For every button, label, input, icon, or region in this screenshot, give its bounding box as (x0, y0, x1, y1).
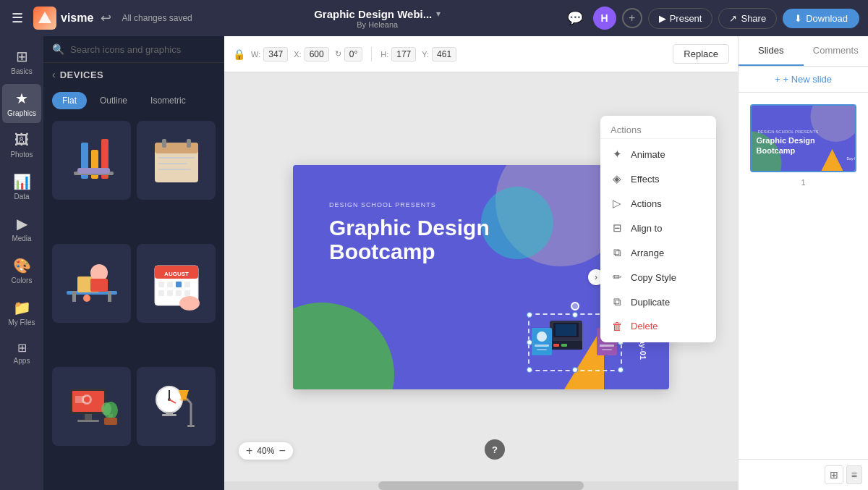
sidebar-item-data[interactable]: 📊 Data (2, 167, 41, 206)
context-menu-header: Actions (600, 120, 716, 139)
search-input[interactable] (70, 44, 216, 55)
canvas-container[interactable]: DESIGN SCHOOL PRESENTS Graphic Design Bo… (224, 72, 738, 481)
lock-icon[interactable]: 🔒 (233, 48, 245, 60)
slide-text-line2: Bootcamp (329, 240, 490, 263)
copy-style-label: Copy Style (631, 272, 676, 283)
panel-breadcrumb: ‹ DEVICES (43, 63, 224, 86)
horizontal-scrollbar[interactable] (224, 481, 738, 490)
apps-icon: ⊞ (17, 341, 27, 355)
height-label: H: (380, 50, 388, 59)
share-button[interactable]: ↗ Share (718, 8, 777, 29)
sidebar-item-photos[interactable]: 🖼 Photos (2, 126, 41, 164)
download-button[interactable]: ⬇ Download (783, 9, 859, 28)
svg-rect-48 (162, 414, 176, 416)
svg-text:AUGUST: AUGUST (164, 271, 189, 277)
graphic-item[interactable] (137, 121, 216, 200)
slide-circle-green (293, 303, 394, 389)
y-field: Y: 461 (422, 47, 456, 62)
graphic-item[interactable] (52, 121, 131, 200)
zoom-minus-button[interactable]: − (278, 445, 285, 457)
title-dropdown-icon[interactable]: ▾ (436, 9, 441, 19)
svg-point-52 (179, 398, 188, 401)
add-collaborator-button[interactable]: + (622, 8, 642, 28)
sidebar-item-apps[interactable]: ⊞ Apps (2, 335, 41, 371)
context-menu-actions[interactable]: ▷ Actions (600, 191, 716, 216)
tab-isometric[interactable]: Isometric (140, 92, 196, 109)
svg-rect-9 (158, 163, 187, 164)
present-button[interactable]: ▶ Present (648, 8, 713, 29)
graphics-icon: ★ (15, 90, 28, 107)
sidebar-item-my-files[interactable]: 📁 My Files (2, 293, 41, 332)
svg-rect-30 (184, 290, 190, 296)
slide-thumbnail[interactable]: DESIGN SCHOOL PRESENTS Graphic Design Bo… (750, 104, 856, 172)
effects-icon: ◈ (610, 172, 624, 185)
comments-icon[interactable]: 💬 (563, 7, 587, 29)
help-button[interactable]: ? (485, 439, 505, 460)
svg-rect-11 (162, 139, 166, 148)
rotation-value[interactable]: 0° (344, 47, 362, 62)
new-slide-button[interactable]: + + New slide (739, 67, 868, 93)
delete-label: Delete (631, 321, 658, 331)
list-view-button[interactable]: ≡ (846, 465, 862, 484)
svg-rect-28 (167, 290, 173, 296)
svg-text:Graphic Design: Graphic Design (757, 136, 816, 145)
svg-rect-66 (600, 345, 614, 347)
svg-rect-58 (553, 344, 559, 347)
svg-text:Bootcamp: Bootcamp (757, 146, 796, 155)
x-value[interactable]: 600 (305, 47, 329, 62)
svg-rect-18 (108, 291, 111, 302)
photos-icon: 🖼 (14, 132, 29, 148)
document-subtitle: By Heleana (200, 20, 556, 29)
topbar-actions: 💬 H + ▶ Present ↗ Share ⬇ Download (563, 7, 859, 30)
zoom-plus-button[interactable]: + (246, 445, 252, 457)
context-menu-arrange[interactable]: ⧉ Arrange (600, 240, 716, 265)
context-menu-effects[interactable]: ◈ Effects (600, 166, 716, 191)
sidebar-item-colors[interactable]: 🎨 Colors (2, 251, 41, 290)
basics-icon: ⊞ (16, 48, 28, 65)
graphic-item[interactable] (137, 367, 216, 446)
svg-rect-23 (158, 282, 164, 287)
slide-thumb-inner: DESIGN SCHOOL PRESENTS Graphic Design Bo… (752, 106, 855, 171)
context-menu-copy-style[interactable]: ✏ Copy Style (600, 265, 716, 290)
align-label: Align to (631, 223, 662, 234)
sidebar-item-graphics[interactable]: ★ Graphics (2, 84, 41, 123)
graphic-item[interactable]: AUGUST (137, 244, 216, 323)
context-menu-delete[interactable]: 🗑 Delete (600, 314, 716, 338)
avatar[interactable]: H (593, 7, 616, 30)
slide-text-large: Graphic Design Bootcamp (329, 216, 490, 263)
tab-flat[interactable]: Flat (52, 92, 87, 109)
menu-icon[interactable]: ☰ (9, 7, 26, 29)
context-menu-duplicate[interactable]: ⧉ Duplicate (600, 290, 716, 314)
sidebar-item-media[interactable]: ▶ Media (2, 209, 41, 248)
undo-button[interactable]: ↩ (101, 10, 111, 26)
y-value[interactable]: 461 (432, 47, 456, 62)
copy-style-icon: ✏ (610, 271, 624, 284)
svg-rect-17 (72, 291, 76, 302)
grid-view-button[interactable]: ⊞ (825, 465, 843, 484)
breadcrumb-text: DEVICES (60, 69, 104, 80)
sidebar-item-basics[interactable]: ⊞ Basics (2, 42, 41, 81)
context-menu-align[interactable]: ⊟ Align to (600, 216, 716, 240)
tab-comments[interactable]: Comments (804, 36, 869, 66)
breadcrumb-back-button[interactable]: ‹ (52, 69, 56, 80)
svg-rect-12 (187, 139, 191, 148)
tab-outline[interactable]: Outline (90, 92, 137, 109)
scrollbar-thumb[interactable] (378, 481, 584, 490)
context-menu-animate[interactable]: ✦ Animate (600, 142, 716, 166)
svg-rect-56 (556, 324, 576, 336)
height-value[interactable]: 177 (391, 47, 416, 62)
slide-text-small: DESIGN SCHOOL PRESENTS (329, 201, 436, 208)
search-icon: 🔍 (52, 43, 64, 55)
width-value[interactable]: 347 (263, 47, 288, 62)
x-field: X: 600 (294, 47, 328, 62)
svg-rect-26 (184, 282, 190, 287)
photos-label: Photos (10, 151, 33, 159)
tab-slides[interactable]: Slides (739, 36, 804, 66)
expand-right-icon: › (595, 272, 597, 282)
svg-text:DESIGN SCHOOL PRESENTS: DESIGN SCHOOL PRESENTS (758, 130, 819, 134)
svg-rect-38 (77, 420, 99, 422)
download-icon: ⬇ (794, 13, 802, 24)
graphic-item[interactable] (52, 367, 131, 446)
replace-button[interactable]: Replace (673, 44, 729, 64)
graphic-item[interactable] (52, 244, 131, 323)
